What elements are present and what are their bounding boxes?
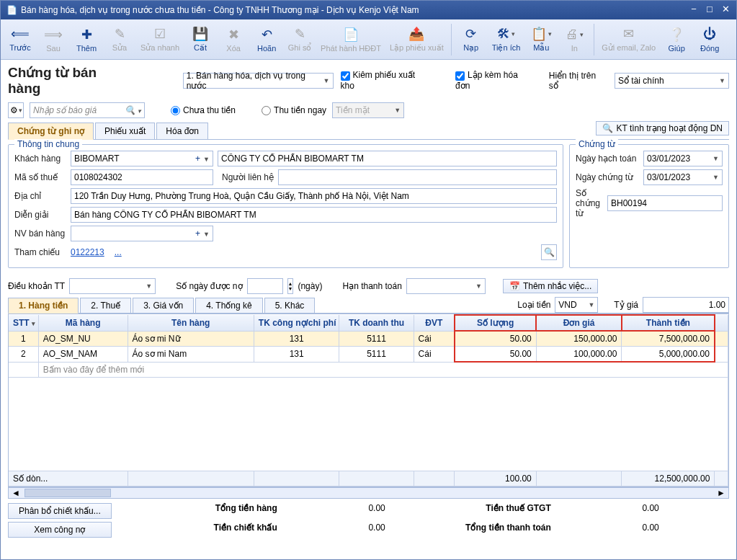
toolbar-th-m[interactable]: ✚Thêm: [70, 22, 103, 58]
status-icon: 🔍: [602, 123, 613, 133]
toolbar-s-a: ✎Sửa: [103, 22, 136, 58]
kt-status-button[interactable]: 🔍KT tình trạng hoạt động DN: [596, 121, 729, 135]
dk-input[interactable]: ▼: [69, 278, 156, 294]
sct-input[interactable]: [607, 195, 723, 211]
stab-thongke[interactable]: 4. Thống kê: [195, 298, 262, 313]
toolbar-m-u[interactable]: 📋▾Mẫu: [524, 22, 558, 58]
mst-input[interactable]: [71, 169, 213, 185]
maximize-button[interactable]: □: [703, 4, 716, 16]
label-sn: Số ngày được nợ: [176, 281, 242, 291]
show-label: Hiển thị trên sổ: [549, 71, 607, 91]
sn-input[interactable]: [247, 278, 283, 294]
col-soluong[interactable]: Số lượng: [455, 315, 536, 331]
col-tkc[interactable]: TK công nợ/chi phí: [254, 315, 339, 331]
check-hoadon[interactable]: Lập kèm hóa đơn: [455, 70, 535, 90]
calendar-icon: 📅: [509, 281, 520, 291]
search-input[interactable]: Nhập số báo giá 🔍 ▾: [30, 102, 145, 118]
val-ck: 0.00: [299, 523, 385, 538]
label-nct: Ngày chứng từ: [576, 172, 639, 182]
gear-icon[interactable]: ⚙▾: [8, 102, 24, 118]
radio-chuathu[interactable]: Chưa thu tiền: [171, 105, 236, 115]
dc-input[interactable]: [71, 188, 557, 204]
tab-ghinợ[interactable]: Chứng từ ghi nợ: [8, 123, 94, 140]
xemcongno-button[interactable]: Xem công nợ: [8, 522, 112, 538]
nlh-input[interactable]: [278, 169, 557, 185]
toolbar-ti-n-ch[interactable]: 🛠▾Tiện ích: [488, 22, 525, 58]
main-toolbar: ⟸Trước⟹Sau✚Thêm✎Sửa☑Sửa nhanh💾Cất✖Xóa↶Ho…: [1, 19, 736, 60]
empty-row: [9, 378, 728, 471]
add-icon[interactable]: +: [192, 228, 203, 239]
label-loaitien: Loại tiền: [517, 300, 550, 310]
toolbar--ng[interactable]: ⏻Đóng: [693, 22, 726, 58]
titlebar: 📄 Bán hàng hóa, dịch vụ trong nước chưa …: [1, 1, 736, 19]
stab-thue[interactable]: 2. Thuế: [80, 298, 131, 313]
toolbar-s-a-nhanh: ☑Sửa nhanh: [136, 22, 184, 58]
col-thanhtien[interactable]: Thành tiền: [622, 315, 715, 331]
toolbar-gi-p[interactable]: ❔Giúp: [660, 22, 693, 58]
tab-phieuxuat[interactable]: Phiếu xuất: [95, 123, 155, 139]
stab-khac[interactable]: 5. Khác: [264, 298, 316, 313]
add-row[interactable]: Bấm vào đây để thêm mới: [9, 362, 728, 378]
toolbar-ho-n[interactable]: ↶Hoãn: [250, 22, 283, 58]
stab-hangtien[interactable]: 1. Hàng tiền: [8, 298, 79, 314]
toolbar-n-p[interactable]: ⟳Nạp: [455, 22, 488, 58]
page-title: Chứng từ bán hàng: [8, 64, 133, 97]
nct-input[interactable]: 03/01/2023▼: [643, 169, 723, 185]
horizontal-scrollbar[interactable]: ◄►: [8, 487, 729, 499]
col-tkd[interactable]: TK doanh thu: [339, 315, 414, 331]
show-select[interactable]: Sổ tài chính▼: [615, 73, 729, 89]
kh-code-input[interactable]: BIBOMART+▼: [71, 151, 213, 166]
table-row[interactable]: 1AO_SM_NUÁo sơ mi Nữ1315111Cái50.00150,0…: [9, 331, 728, 347]
label-sct: Số chứng từ: [576, 188, 603, 218]
thamchieu-link[interactable]: 0122213: [71, 247, 104, 257]
htt-input[interactable]: ▼: [406, 278, 486, 294]
toolbar-c-t[interactable]: 💾Cất: [184, 22, 217, 58]
tab-hoadon[interactable]: Hóa đơn: [156, 123, 208, 139]
nạp-icon: ⟳: [465, 26, 476, 42]
mẫu-icon: 📋▾: [531, 26, 552, 42]
col-tenhang[interactable]: Tên hàng: [128, 315, 254, 331]
loaitien-select[interactable]: VND▼: [555, 297, 598, 313]
col-dongia[interactable]: Đơn giá: [536, 315, 622, 331]
totals: Tổng tiền hàng0.00 Tiền thuế GTGT0.00 Ti…: [140, 503, 729, 538]
group-thongtin: Thông tin chung Khách hàng BIBOMART+▼ Mã…: [8, 144, 563, 268]
nv-input[interactable]: +▼: [71, 226, 213, 241]
doctype-value: 1. Bán hàng hóa, dịch vụ trong nước: [187, 71, 323, 91]
toolbar-l-p-phi-u-xu-t: 📤Lập phiếu xuất: [385, 22, 448, 58]
spin-icon[interactable]: ▲▼: [287, 278, 294, 294]
tygia-input[interactable]: [643, 297, 729, 313]
table-row[interactable]: 2AO_SM_NAMÁo sơ mi Nam1315111Cái50.00100…: [9, 347, 728, 363]
grid-header: STT ▾ Mã hàng Tên hàng TK công nợ/chi ph…: [9, 315, 728, 331]
col-mahang[interactable]: Mã hàng: [38, 315, 128, 331]
label-nht: Ngày hạch toán: [576, 154, 639, 164]
thamchieu-more[interactable]: ...: [115, 247, 122, 257]
toolbar-tr-c[interactable]: ⟸Trước: [4, 22, 37, 58]
kh-name-input[interactable]: [218, 151, 557, 166]
lập phiếu xuất-icon: 📤: [408, 26, 424, 42]
stab-giavon[interactable]: 3. Giá vốn: [133, 298, 194, 313]
col-dvt[interactable]: ĐVT: [414, 315, 455, 331]
toolbar-sau: ⟹Sau: [37, 22, 70, 58]
dg-input[interactable]: [71, 207, 557, 223]
col-more[interactable]: [715, 315, 728, 331]
doctype-select[interactable]: 1. Bán hàng hóa, dịch vụ trong nước▼: [183, 73, 334, 89]
add-icon[interactable]: +: [192, 154, 203, 164]
label-tygia: Tỷ giá: [614, 300, 638, 310]
nht-input[interactable]: 03/01/2023▼: [643, 151, 723, 166]
col-stt[interactable]: STT ▾: [9, 315, 38, 331]
close-button[interactable]: ✕: [719, 4, 732, 16]
main-tabs: Chứng từ ghi nợ Phiếu xuất Hóa đơn 🔍KT t…: [8, 123, 729, 140]
toolbar-in: 🖨▾In: [558, 22, 591, 58]
phanbo-button[interactable]: Phân bổ chiết khấu...: [8, 503, 112, 519]
items-grid: STT ▾ Mã hàng Tên hàng TK công nợ/chi ph…: [8, 314, 729, 487]
label-gtgt: Tiền thuế GTGT: [407, 503, 551, 518]
magnify-icon[interactable]: 🔍: [541, 244, 557, 260]
label-kh: Khách hàng: [14, 154, 66, 164]
minimize-button[interactable]: −: [687, 4, 700, 16]
label-dc: Địa chỉ: [14, 191, 66, 201]
label-tc: Tham chiếu: [14, 247, 66, 257]
toolbar-ghi-s-: ✎Ghi sổ: [283, 22, 316, 58]
reminder-button[interactable]: 📅Thêm nhắc việc...: [503, 279, 598, 293]
radio-thungay[interactable]: Thu tiền ngay: [262, 105, 326, 115]
check-phieuxuat[interactable]: Kiêm phiếu xuất kho: [341, 70, 432, 90]
